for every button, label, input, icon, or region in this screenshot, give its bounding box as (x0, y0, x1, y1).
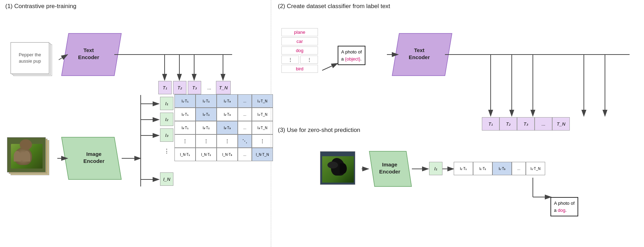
text-caption: Pepper the aussie pup (19, 52, 41, 64)
label-bird: bird (281, 65, 318, 73)
svg-text:Text: Text (414, 47, 425, 53)
svg-text:Encoder: Encoder (78, 54, 99, 60)
token-TN-s1: T_N (216, 81, 231, 94)
token-T3-s1: T₃ (188, 81, 201, 94)
svg-marker-33 (369, 151, 412, 186)
label-plane: plane (281, 28, 318, 36)
svg-line-32 (322, 63, 338, 70)
label-dog: dog (281, 46, 318, 55)
dot-products-row-s3: I₁·T₁ I₁·T₂ I₁·T₃ ... I₁·T_N (454, 162, 545, 175)
token-I3-s1: I₃ (160, 128, 173, 142)
svg-text:Encoder: Encoder (83, 158, 104, 164)
svg-text:Image: Image (86, 151, 101, 157)
svg-text:Text: Text (83, 47, 94, 53)
svg-marker-3 (62, 137, 121, 179)
svg-text:Image: Image (382, 162, 397, 167)
svg-marker-0 (62, 33, 121, 76)
token-I1-s3: I₁ (429, 162, 442, 175)
section2-title: (2) Create dataset classifier from label… (278, 3, 390, 10)
token-IN-s1: I_N (160, 172, 173, 186)
svg-marker-21 (392, 33, 452, 76)
token-T2-s1: T₂ (173, 81, 186, 94)
token-T1-s1: T₁ (158, 81, 172, 94)
section1-title: (1) Contrastive pre-training (5, 3, 76, 10)
divider-1-2 (271, 0, 271, 247)
section3-title: (3) Use for zero-shot prediction (278, 127, 360, 134)
dot-product-matrix-s1: I₁·T₁ I₁·T₂ I₁·T₃ ... I₁·T_N I₂·T₁ I₂·T₂… (174, 94, 273, 161)
token-Idots-s1: ⋮ (160, 144, 173, 158)
token-I1-s1: I₁ (160, 97, 173, 110)
svg-line-6 (59, 55, 68, 60)
svg-text:Encoder: Encoder (409, 54, 430, 60)
token-I2-s1: I₂ (160, 113, 173, 126)
diagram: Text Encoder Image Encoder (0, 0, 644, 247)
label-car: car (281, 37, 318, 45)
template-box-s2: A photo of a {object}. (338, 46, 365, 65)
token-dots-s1: ... (203, 81, 216, 94)
label-list: plane car dog ⋮ ⋮ bird (281, 28, 318, 74)
result-box-s3: A photo of a dog. (550, 197, 578, 216)
bird-image (320, 151, 355, 185)
svg-text:Encoder: Encoder (379, 169, 400, 175)
tokens-row-s2: T₁ T₂ T₃ ... T_N (482, 117, 570, 131)
